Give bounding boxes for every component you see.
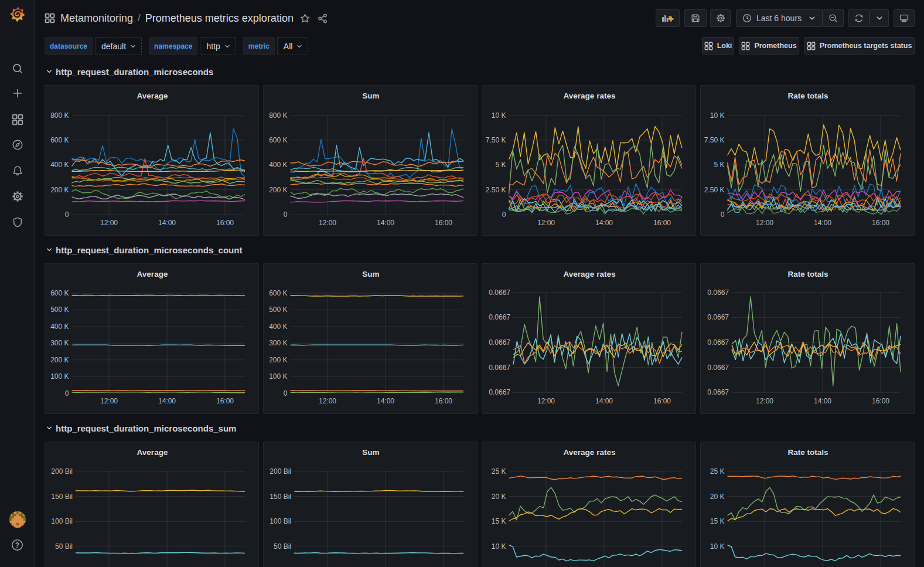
svg-text:16:00: 16:00: [435, 219, 452, 227]
svg-text:7.50 K: 7.50 K: [486, 136, 506, 144]
svg-text:2.50 K: 2.50 K: [486, 186, 506, 194]
svg-text:300 K: 300 K: [269, 339, 287, 347]
svg-text:16:00: 16:00: [872, 397, 889, 405]
svg-text:7.50 K: 7.50 K: [704, 136, 725, 144]
svg-text:10 K: 10 K: [492, 542, 506, 551]
svg-text:0.0667: 0.0667: [707, 364, 729, 372]
svg-text:Average: Average: [137, 448, 168, 457]
svg-text:300 K: 300 K: [50, 339, 69, 347]
svg-text:500 K: 500 K: [50, 305, 69, 314]
svg-text:0.0667: 0.0667: [707, 388, 729, 396]
svg-text:10 K: 10 K: [710, 542, 725, 551]
svg-text:2.50 K: 2.50 K: [704, 186, 725, 194]
svg-text:10 K: 10 K: [492, 111, 506, 120]
svg-text:50 Bil: 50 Bil: [274, 542, 291, 551]
svg-text:200 K: 200 K: [50, 356, 69, 364]
svg-text:0.0667: 0.0667: [489, 288, 510, 297]
svg-text:14:00: 14:00: [158, 397, 176, 405]
svg-text:16:00: 16:00: [653, 397, 671, 405]
svg-text:Sum: Sum: [362, 91, 379, 100]
svg-text:Sum: Sum: [362, 270, 379, 279]
svg-text:0.0667: 0.0667: [707, 313, 729, 321]
svg-text:50 Bil: 50 Bil: [55, 542, 73, 551]
svg-text:0: 0: [502, 210, 506, 219]
svg-text:0.0667: 0.0667: [707, 338, 729, 347]
svg-text:?: ?: [15, 541, 19, 549]
svg-text:10 K: 10 K: [710, 111, 725, 120]
svg-text:150 Bil: 150 Bil: [270, 493, 291, 501]
svg-text:12:00: 12:00: [100, 219, 118, 227]
svg-text:0: 0: [284, 389, 288, 398]
svg-text:0.0667: 0.0667: [489, 388, 510, 396]
svg-text:12:00: 12:00: [319, 397, 336, 405]
svg-text:15 K: 15 K: [710, 517, 725, 525]
svg-text:5 K: 5 K: [495, 161, 506, 169]
svg-text:500 K: 500 K: [269, 305, 287, 314]
svg-text:12:00: 12:00: [100, 397, 118, 405]
svg-text:14:00: 14:00: [814, 397, 831, 405]
svg-text:600 K: 600 K: [269, 136, 287, 144]
svg-text:200 K: 200 K: [269, 356, 287, 364]
svg-text:200 K: 200 K: [50, 186, 69, 194]
svg-text:100 K: 100 K: [269, 372, 287, 381]
svg-text:16:00: 16:00: [872, 219, 889, 227]
svg-text:14:00: 14:00: [377, 219, 394, 227]
svg-text:16:00: 16:00: [216, 219, 234, 227]
svg-text:20 K: 20 K: [710, 493, 725, 501]
svg-text:200 Bil: 200 Bil: [51, 467, 73, 476]
svg-text:200 K: 200 K: [269, 186, 287, 194]
svg-text:400 K: 400 K: [269, 161, 287, 169]
svg-text:12:00: 12:00: [756, 397, 773, 405]
svg-text:100 K: 100 K: [50, 372, 69, 381]
svg-text:0.0667: 0.0667: [489, 313, 510, 321]
svg-text:400 K: 400 K: [50, 322, 69, 331]
svg-text:20 K: 20 K: [492, 493, 506, 501]
svg-text:Average rates: Average rates: [564, 270, 616, 279]
svg-text:Rate totals: Rate totals: [787, 448, 828, 457]
svg-text:800 K: 800 K: [269, 111, 287, 120]
svg-text:Rate totals: Rate totals: [787, 270, 828, 279]
svg-text:600 K: 600 K: [269, 289, 287, 297]
svg-text:14:00: 14:00: [814, 219, 831, 227]
svg-text:16:00: 16:00: [653, 219, 671, 227]
svg-text:0: 0: [721, 210, 725, 219]
svg-text:Average: Average: [137, 91, 168, 100]
svg-text:600 K: 600 K: [50, 289, 69, 297]
svg-text:0: 0: [284, 210, 288, 219]
svg-text:14:00: 14:00: [595, 397, 613, 405]
svg-text:14:00: 14:00: [595, 219, 613, 227]
svg-text:0.0667: 0.0667: [707, 288, 729, 297]
svg-text:25 K: 25 K: [492, 467, 506, 476]
svg-text:16:00: 16:00: [435, 397, 452, 405]
svg-text:0.0667: 0.0667: [489, 364, 510, 372]
svg-text:14:00: 14:00: [377, 397, 394, 405]
svg-text:150 Bil: 150 Bil: [51, 493, 73, 501]
svg-text:Rate totals: Rate totals: [787, 91, 828, 100]
svg-text:200 Bil: 200 Bil: [270, 467, 291, 476]
svg-text:Average rates: Average rates: [564, 91, 616, 100]
svg-text:12:00: 12:00: [756, 219, 773, 227]
svg-text:12:00: 12:00: [537, 397, 555, 405]
svg-text:0.0667: 0.0667: [489, 338, 510, 347]
svg-text:16:00: 16:00: [216, 397, 234, 405]
svg-text:5 K: 5 K: [714, 161, 724, 169]
svg-text:12:00: 12:00: [537, 219, 555, 227]
svg-text:600 K: 600 K: [50, 136, 69, 144]
svg-text:12:00: 12:00: [319, 219, 336, 227]
svg-text:100 Bil: 100 Bil: [270, 517, 291, 525]
svg-text:400 K: 400 K: [50, 161, 69, 169]
svg-text:400 K: 400 K: [269, 322, 287, 331]
svg-text:Average: Average: [137, 270, 168, 279]
svg-text:25 K: 25 K: [710, 467, 725, 476]
svg-text:Sum: Sum: [362, 448, 379, 457]
svg-text:0: 0: [65, 210, 69, 219]
svg-text:100 Bil: 100 Bil: [51, 517, 73, 525]
svg-text:0: 0: [65, 389, 69, 398]
svg-text:800 K: 800 K: [50, 111, 69, 120]
svg-text:Average rates: Average rates: [564, 448, 616, 457]
svg-text:14:00: 14:00: [158, 219, 176, 227]
svg-text:15 K: 15 K: [492, 517, 506, 525]
